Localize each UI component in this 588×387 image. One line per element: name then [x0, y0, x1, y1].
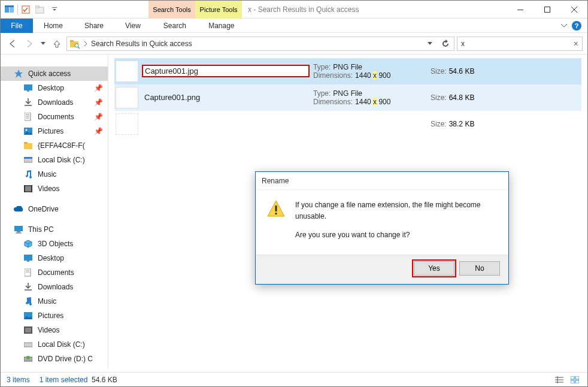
sidebar-item-label: Music	[38, 170, 56, 179]
breadcrumb-separator-icon	[84, 41, 87, 46]
sidebar-item-guid-folder[interactable]: {EFFA4C8F-F(	[1, 138, 108, 153]
results-pane[interactable]: Capture001.jpg Type:PNG File Dimensions:…	[108, 55, 587, 368]
sidebar-this-pc[interactable]: This PC	[1, 222, 108, 237]
desktop-icon	[23, 253, 33, 263]
sidebar-item-label: Pictures	[38, 127, 63, 135]
svg-rect-28	[31, 185, 32, 192]
file-thumbnail-icon	[116, 113, 138, 135]
sidebar-onedrive[interactable]: OneDrive	[1, 202, 108, 216]
status-bar: 3 items 1 item selected 54.6 KB	[1, 372, 587, 386]
file-name-editor[interactable]: Capture001.jpg	[142, 65, 310, 77]
help-icon[interactable]: ?	[572, 21, 581, 31]
dialog-button-row: Yes No	[256, 255, 508, 284]
sidebar-item-label: Local Disk (C:)	[38, 340, 85, 349]
minimize-button[interactable]	[507, 1, 534, 19]
close-button[interactable]	[560, 1, 587, 19]
thumbnails-view-button[interactable]	[568, 374, 581, 385]
file-meta: Type:PNG File Dimensions:1440 x 900	[313, 89, 427, 106]
sidebar-item-downloads[interactable]: Downloads📌	[1, 95, 108, 110]
sidebar-item-local-disk-c[interactable]: Local Disk (C:)	[1, 153, 108, 167]
result-row[interactable]: Size:38.2 KB	[114, 111, 581, 137]
qat-dropdown-icon[interactable]	[48, 3, 61, 16]
ribbon-expand-icon[interactable]	[561, 24, 567, 28]
sidebar-item-desktop-pc[interactable]: Desktop	[1, 251, 108, 265]
svg-rect-22	[24, 142, 28, 144]
breadcrumb-text[interactable]: Search Results in Quick access	[91, 40, 420, 48]
back-button[interactable]	[5, 37, 20, 51]
manage-tab[interactable]: Manage	[198, 19, 245, 33]
sidebar-item-label: OneDrive	[28, 205, 59, 213]
sidebar-item-downloads-pc[interactable]: Downloads	[1, 280, 108, 294]
no-button[interactable]: No	[459, 261, 500, 276]
this-pc-icon	[14, 225, 23, 234]
sidebar-item-label: Quick access	[28, 69, 71, 78]
yes-button[interactable]: Yes	[414, 261, 454, 276]
forward-button[interactable]	[22, 37, 37, 51]
svg-rect-6	[52, 7, 57, 8]
sidebar-item-dvd-drive[interactable]: DVD Drive (D:) C	[1, 352, 108, 366]
view-tab[interactable]: View	[114, 19, 151, 33]
music-icon	[23, 297, 33, 306]
svg-rect-27	[24, 185, 25, 192]
svg-point-42	[26, 356, 30, 359]
home-tab[interactable]: Home	[33, 19, 74, 33]
documents-icon	[23, 268, 33, 277]
address-dropdown-icon[interactable]	[424, 42, 436, 46]
sidebar-item-label: Videos	[38, 185, 59, 193]
refresh-icon[interactable]	[440, 40, 451, 48]
search-tools-tab-header[interactable]: Search Tools	[148, 1, 195, 19]
svg-rect-31	[16, 232, 22, 234]
details-view-button[interactable]	[553, 374, 566, 385]
picture-tools-tab-header[interactable]: Picture Tools	[195, 1, 242, 19]
sidebar-quick-access[interactable]: Quick access	[1, 66, 108, 81]
sidebar-item-desktop[interactable]: Desktop📌	[1, 81, 108, 95]
share-tab[interactable]: Share	[74, 19, 114, 33]
svg-rect-29	[14, 226, 23, 231]
sidebar-item-documents[interactable]: Documents📌	[1, 110, 108, 124]
svg-rect-24	[24, 157, 32, 159]
pin-icon: 📌	[94, 84, 103, 92]
sidebar-item-videos-pc[interactable]: Videos	[1, 323, 108, 337]
up-button[interactable]	[50, 37, 64, 51]
window-title: x - Search Results in Quick access	[242, 5, 507, 14]
address-bar[interactable]: Search Results in Quick access	[66, 37, 454, 51]
sidebar-item-label: {EFFA4C8F-F(	[38, 141, 85, 150]
sidebar-item-3d-objects[interactable]: 3D Objects	[1, 237, 108, 251]
sidebar-item-label: 3D Objects	[38, 240, 73, 248]
quick-access-toolbar	[1, 3, 63, 16]
downloads-icon	[23, 98, 33, 107]
maximize-button[interactable]	[534, 1, 560, 19]
sidebar-item-label: Downloads	[38, 283, 73, 291]
drive-icon	[23, 155, 33, 165]
sidebar-item-documents-pc[interactable]: Documents	[1, 265, 108, 280]
navigation-pane[interactable]: Quick access Desktop📌 Downloads📌 Documen…	[1, 55, 108, 368]
svg-rect-50	[575, 376, 579, 379]
contextual-tab-headers: Search Tools Picture Tools	[148, 1, 242, 19]
search-query: x	[461, 40, 574, 48]
svg-rect-2	[5, 5, 14, 7]
clear-search-icon[interactable]: ×	[574, 39, 578, 49]
search-tab[interactable]: Search	[151, 19, 198, 33]
pictures-icon	[23, 311, 33, 321]
sidebar-item-label: Desktop	[38, 84, 64, 92]
properties-icon[interactable]	[19, 3, 32, 16]
file-tab[interactable]: File	[1, 19, 33, 33]
sidebar-item-music-pc[interactable]: Music	[1, 294, 108, 309]
sidebar-item-videos[interactable]: Videos	[1, 182, 108, 196]
svg-rect-52	[575, 380, 579, 383]
main-area: Quick access Desktop📌 Downloads📌 Documen…	[1, 55, 587, 368]
new-folder-icon[interactable]	[34, 3, 47, 16]
svg-rect-44	[275, 213, 277, 214]
sidebar-item-pictures[interactable]: Pictures📌	[1, 124, 108, 138]
sidebar-item-label: Local Disk (C:)	[38, 156, 85, 164]
sidebar-item-local-disk-c-pc[interactable]: Local Disk (C:)	[1, 337, 108, 352]
sidebar-item-music[interactable]: Music	[1, 167, 108, 182]
quick-access-star-icon	[14, 69, 23, 78]
result-row[interactable]: Capture001.jpg Type:PNG File Dimensions:…	[114, 58, 581, 84]
result-row[interactable]: Capture001.png Type:PNG File Dimensions:…	[114, 84, 581, 111]
search-box[interactable]: x ×	[457, 37, 583, 51]
pictures-icon	[23, 126, 33, 136]
sidebar-item-pictures-pc[interactable]: Pictures	[1, 309, 108, 323]
recent-locations-icon[interactable]	[39, 37, 47, 51]
onedrive-icon	[14, 204, 23, 214]
